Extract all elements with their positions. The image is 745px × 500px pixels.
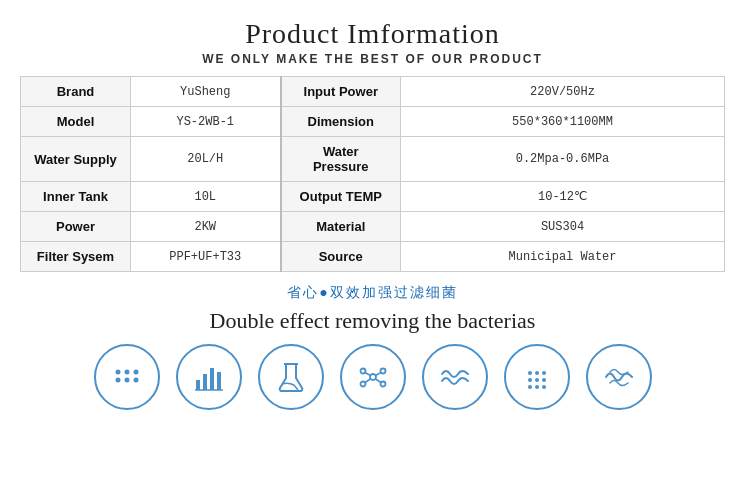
value-cell-right-5: Municipal Water	[401, 242, 725, 272]
label-cell-left-1: Model	[21, 107, 131, 137]
svg-rect-6	[196, 380, 200, 390]
value-cell-right-3: 10-12℃	[401, 182, 725, 212]
svg-rect-7	[203, 374, 207, 390]
svg-point-29	[542, 385, 546, 389]
svg-line-18	[375, 373, 381, 376]
table-row: Inner Tank10LOutput TEMP10-12℃	[21, 182, 725, 212]
value-cell-left-1: YS-2WB-1	[131, 107, 281, 137]
page-wrapper: Product Imformation WE ONLY MAKE THE BES…	[0, 0, 745, 420]
svg-point-21	[528, 371, 532, 375]
molecule-icon	[340, 344, 406, 410]
product-info-table: BrandYuShengInput Power220V/50HzModelYS-…	[20, 76, 725, 272]
label-cell-left-3: Inner Tank	[21, 182, 131, 212]
svg-point-13	[360, 369, 365, 374]
svg-point-12	[370, 374, 376, 380]
value-cell-left-4: 2KW	[131, 212, 281, 242]
value-cell-left-3: 10L	[131, 182, 281, 212]
table-row: BrandYuShengInput Power220V/50Hz	[21, 77, 725, 107]
svg-point-25	[535, 378, 539, 382]
wave-icon	[422, 344, 488, 410]
svg-line-17	[365, 373, 371, 376]
svg-point-0	[115, 370, 120, 375]
double-effect-text: Double effect removing the bacterias	[20, 308, 725, 334]
svg-line-19	[365, 379, 371, 383]
dots-filter-icon	[94, 344, 160, 410]
label-cell-right-1: Dimension	[281, 107, 401, 137]
svg-point-15	[360, 382, 365, 387]
svg-point-1	[124, 370, 129, 375]
label-cell-left-5: Filter Sysem	[21, 242, 131, 272]
value-cell-right-0: 220V/50Hz	[401, 77, 725, 107]
dots2-filter-icon	[504, 344, 570, 410]
wave2-icon	[586, 344, 652, 410]
chinese-text: 省心●双效加强过滤细菌	[20, 284, 725, 302]
label-cell-right-2: Water Pressure	[281, 137, 401, 182]
label-cell-left-0: Brand	[21, 77, 131, 107]
table-row: ModelYS-2WB-1Dimension550*360*1100MM	[21, 107, 725, 137]
label-cell-right-5: Source	[281, 242, 401, 272]
table-row: Water Supply20L/HWater Pressure0.2Mpa-0.…	[21, 137, 725, 182]
svg-point-14	[380, 369, 385, 374]
svg-point-24	[528, 378, 532, 382]
svg-point-5	[133, 378, 138, 383]
svg-rect-8	[210, 368, 214, 390]
value-cell-left-2: 20L/H	[131, 137, 281, 182]
subtitle: WE ONLY MAKE THE BEST OF OUR PRODUCT	[20, 52, 725, 66]
value-cell-right-1: 550*360*1100MM	[401, 107, 725, 137]
svg-point-22	[535, 371, 539, 375]
label-cell-right-4: Material	[281, 212, 401, 242]
icons-row	[20, 344, 725, 410]
svg-point-26	[542, 378, 546, 382]
value-cell-left-0: YuSheng	[131, 77, 281, 107]
flask-icon	[258, 344, 324, 410]
svg-point-23	[542, 371, 546, 375]
main-title: Product Imformation	[20, 18, 725, 50]
table-row: Filter SysemPPF+UF+T33SourceMunicipal Wa…	[21, 242, 725, 272]
title-section: Product Imformation WE ONLY MAKE THE BES…	[20, 18, 725, 66]
svg-point-3	[115, 378, 120, 383]
svg-point-2	[133, 370, 138, 375]
value-cell-right-2: 0.2Mpa-0.6MPa	[401, 137, 725, 182]
svg-point-27	[528, 385, 532, 389]
label-cell-right-0: Input Power	[281, 77, 401, 107]
label-cell-left-4: Power	[21, 212, 131, 242]
svg-point-28	[535, 385, 539, 389]
table-row: Power2KWMaterialSUS304	[21, 212, 725, 242]
label-cell-right-3: Output TEMP	[281, 182, 401, 212]
svg-line-20	[375, 379, 381, 383]
value-cell-right-4: SUS304	[401, 212, 725, 242]
label-cell-left-2: Water Supply	[21, 137, 131, 182]
value-cell-left-5: PPF+UF+T33	[131, 242, 281, 272]
svg-point-16	[380, 382, 385, 387]
svg-rect-9	[217, 372, 221, 390]
bar-chart-icon	[176, 344, 242, 410]
svg-point-4	[124, 378, 129, 383]
